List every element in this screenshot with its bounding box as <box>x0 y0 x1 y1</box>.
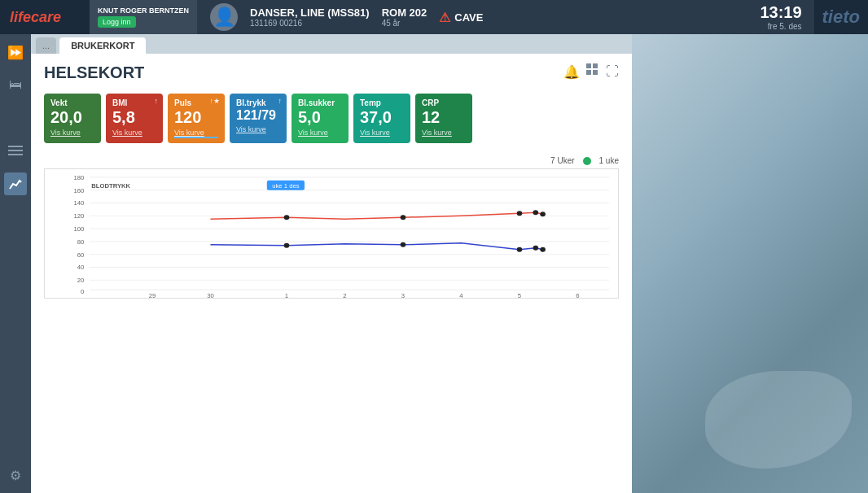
metric-card-bltrykk[interactable]: ↑ Bl.trykk 121/79 Vis kurve <box>230 94 287 143</box>
metric-cards: Vekt 20,0 Vis kurve ↑ BMI 5,8 Vis kurve … <box>44 94 619 143</box>
svg-text:60: 60 <box>77 251 85 259</box>
bmi-value: 5,8 <box>112 109 156 125</box>
svg-point-41 <box>533 210 539 215</box>
sidebar-item-forward[interactable]: ⏩ <box>4 41 27 63</box>
legend-1uke-dot <box>583 157 591 165</box>
svg-text:1: 1 <box>285 292 288 298</box>
svg-text:140: 140 <box>74 200 85 207</box>
svg-rect-0 <box>8 146 23 147</box>
date-display: fre 5. des <box>768 22 802 31</box>
svg-text:3: 3 <box>401 292 405 298</box>
metric-card-bmi[interactable]: ↑ BMI 5,8 Vis kurve <box>106 94 163 143</box>
svg-point-44 <box>401 242 406 247</box>
svg-text:uke 1 des: uke 1 des <box>272 182 300 190</box>
svg-rect-1 <box>8 150 23 151</box>
patient-room: ROM 202 45 år <box>382 7 427 28</box>
bmi-link[interactable]: Vis kurve <box>112 129 156 137</box>
grid-icon[interactable] <box>586 63 599 80</box>
time-display: 13:19 <box>760 3 801 22</box>
chart-svg: 180 160 140 120 100 80 60 40 20 0 29 30 … <box>45 169 618 298</box>
chart-controls: 7 Uker 1 uke <box>44 156 619 165</box>
puls-link[interactable]: Vis kurve <box>174 129 218 138</box>
svg-text:120: 120 <box>74 213 85 220</box>
sidebar-item-list[interactable] <box>4 140 27 163</box>
bell-icon[interactable]: 🔔 <box>563 64 580 80</box>
user-section: KNUT ROGER BERNTZEN Logg inn <box>90 0 198 34</box>
metric-card-crp[interactable]: CRP 12 Vis kurve <box>415 94 472 143</box>
svg-point-46 <box>533 246 539 251</box>
tab-brukerkort[interactable]: BRUKERKORT <box>59 37 146 54</box>
metric-card-blsukker[interactable]: Bl.sukker 5,0 Vis kurve <box>292 94 349 143</box>
svg-rect-2 <box>8 154 23 155</box>
blsukker-link[interactable]: Vis kurve <box>298 129 342 137</box>
svg-text:5: 5 <box>518 292 521 298</box>
bltrykk-indicator: ↑ <box>278 97 283 105</box>
logo-care: care <box>31 9 61 25</box>
svg-point-43 <box>284 243 290 248</box>
patient-id: 131169 00216 <box>250 19 370 28</box>
patient-name: DANSER, LINE (MSS81) <box>250 7 370 19</box>
metric-card-vekt[interactable]: Vekt 20,0 Vis kurve <box>44 94 101 143</box>
user-name: KNUT ROGER BERNTZEN <box>98 7 189 15</box>
puls-value: 120 <box>174 109 218 125</box>
svg-text:40: 40 <box>77 264 85 272</box>
tab-more[interactable]: ... <box>36 37 56 54</box>
content-area: ... BRUKERKORT HELSEKORT 🔔 ⛶ Vekt <box>31 34 632 493</box>
patient-age: 45 år <box>382 19 427 28</box>
bltrykk-value: 121/79 <box>236 109 280 122</box>
svg-text:160: 160 <box>74 187 85 194</box>
svg-text:30: 30 <box>207 292 214 298</box>
blsukker-value: 5,0 <box>298 109 342 125</box>
puls-indicator: ↑★ <box>210 97 221 105</box>
sidebar-item-bed[interactable]: 🛏 <box>4 73 27 96</box>
patient-info: DANSER, LINE (MSS81) 131169 00216 <box>250 7 370 28</box>
blsukker-label: Bl.sukker <box>298 98 342 107</box>
sidebar-item-settings[interactable]: ⚙ <box>4 464 27 486</box>
svg-point-45 <box>517 247 523 252</box>
tab-bar: ... BRUKERKORT <box>31 34 632 54</box>
svg-text:20: 20 <box>77 277 85 285</box>
sidebar-item-chart[interactable] <box>4 172 27 195</box>
svg-point-47 <box>540 247 546 252</box>
clock-section: 13:19 fre 5. des <box>747 0 813 34</box>
bltrykk-label: Bl.trykk <box>236 98 280 107</box>
brand-logo: tieto <box>814 0 868 34</box>
avatar-icon: 👤 <box>213 7 235 28</box>
metric-card-temp[interactable]: Temp 37,0 Vis kurve <box>353 94 410 143</box>
temp-link[interactable]: Vis kurve <box>360 129 404 137</box>
metric-card-puls[interactable]: ↑★ Puls 120 Vis kurve <box>168 94 225 143</box>
bmi-label: BMI <box>112 98 156 107</box>
svg-text:80: 80 <box>77 238 85 246</box>
warning-icon: ⚠ <box>439 10 450 25</box>
crp-label: CRP <box>422 98 466 107</box>
temp-value: 37,0 <box>360 109 404 125</box>
brand-text: tieto <box>822 7 860 28</box>
crp-link[interactable]: Vis kurve <box>422 129 466 137</box>
vekt-link[interactable]: Vis kurve <box>50 129 94 137</box>
cave-section: ⚠ CAVE <box>439 10 483 25</box>
crp-value: 12 <box>422 109 466 125</box>
svg-point-42 <box>540 212 546 216</box>
svg-text:BLODTRYKK: BLODTRYKK <box>91 182 131 190</box>
svg-rect-3 <box>586 63 591 68</box>
right-background <box>632 34 868 493</box>
logo-area: lifecare <box>0 0 90 34</box>
svg-rect-4 <box>593 63 598 68</box>
room-label: ROM 202 <box>382 7 427 19</box>
svg-text:4: 4 <box>459 292 462 298</box>
legend-7uker-label: 7 Uker <box>550 156 574 165</box>
expand-icon[interactable]: ⛶ <box>606 64 619 79</box>
svg-text:180: 180 <box>74 174 85 181</box>
svg-text:6: 6 <box>576 292 579 298</box>
bltrykk-link[interactable]: Vis kurve <box>236 125 280 133</box>
panel-toolbar: 🔔 ⛶ <box>563 63 619 80</box>
vekt-label: Vekt <box>50 98 94 107</box>
cave-label: CAVE <box>454 11 483 24</box>
svg-point-40 <box>517 211 523 216</box>
login-button[interactable]: Logg inn <box>98 16 136 28</box>
avatar: 👤 <box>210 3 238 31</box>
patient-section: 👤 DANSER, LINE (MSS81) 131169 00216 ROM … <box>198 0 747 34</box>
svg-rect-5 <box>586 70 591 75</box>
svg-point-39 <box>401 215 406 220</box>
vekt-value: 20,0 <box>50 109 94 125</box>
